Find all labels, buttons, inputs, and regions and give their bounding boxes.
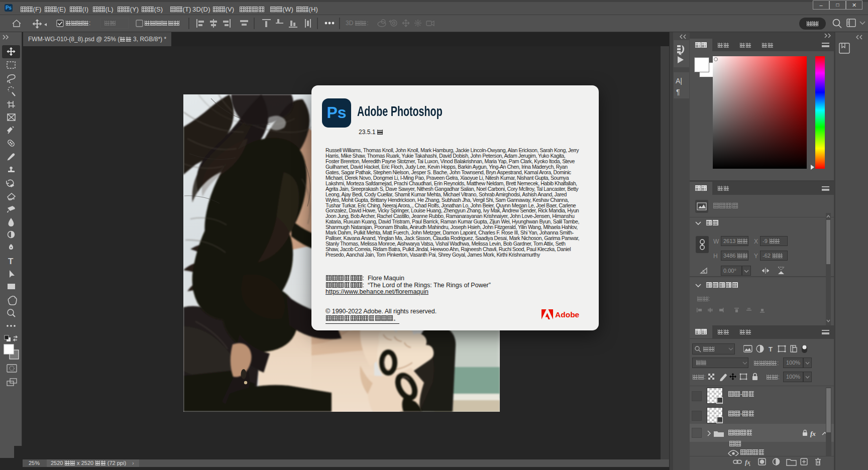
- svg-text:A|: A|: [676, 77, 682, 85]
- svg-text:fx: fx: [745, 458, 750, 466]
- svg-text:¶: ¶: [676, 88, 680, 96]
- svg-text:T: T: [769, 345, 773, 353]
- svg-text:fx: fx: [810, 430, 816, 437]
- svg-text:Adobe: Adobe: [555, 310, 580, 319]
- svg-text:T: T: [8, 257, 14, 266]
